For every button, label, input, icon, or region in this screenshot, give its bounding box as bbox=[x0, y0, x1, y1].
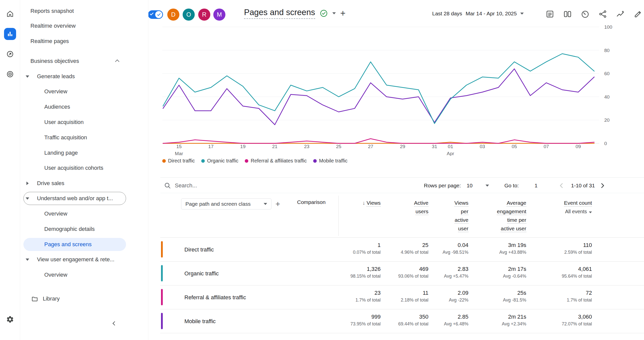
sidebar-item-overview-engagement[interactable]: Overview bbox=[20, 267, 148, 282]
dimension-value: Direct traffic bbox=[184, 238, 214, 262]
report-title-cluster: Pages and screens + bbox=[244, 8, 346, 19]
sidebar-item-realtime-pages[interactable]: Realtime pages bbox=[20, 34, 148, 49]
sidebar-item-user-acquisition-cohorts[interactable]: User acquisition cohorts bbox=[20, 160, 148, 176]
series-color-bar bbox=[161, 313, 163, 329]
chevron-up-icon bbox=[115, 60, 119, 64]
chevron-down-icon[interactable] bbox=[486, 185, 489, 187]
table-row: Mobile traffic 99973.95% of total 35069.… bbox=[160, 309, 644, 333]
table-row: Referral & affiliates traffic 231.7% of … bbox=[160, 285, 644, 309]
series-color-bar bbox=[161, 265, 163, 281]
metric-cell: 3m 19sAvg +43.88% bbox=[476, 238, 526, 255]
legend-item-referral[interactable]: Referral & affiliates traffic bbox=[245, 158, 307, 164]
sidebar-item-drive-sales[interactable]: Drive sales bbox=[20, 176, 148, 191]
advertising-button[interactable] bbox=[4, 68, 16, 80]
home-icon bbox=[6, 10, 14, 18]
page-title[interactable]: Pages and screens bbox=[244, 8, 315, 19]
metric-cell: 2.09Avg -22% bbox=[418, 285, 468, 303]
sidebar-item-overview-leads[interactable]: Overview bbox=[20, 84, 148, 99]
metric-cell: 99973.95% of total bbox=[330, 309, 381, 327]
svg-text:Apr: Apr bbox=[447, 151, 454, 156]
verified-check-icon bbox=[320, 9, 328, 17]
add-report-button[interactable]: + bbox=[340, 9, 346, 17]
series-color-dot bbox=[162, 159, 166, 163]
pagination-range: 1-10 of 31 bbox=[571, 178, 595, 193]
explore-icon bbox=[6, 50, 14, 58]
search-input[interactable] bbox=[175, 181, 306, 190]
series-color-bar bbox=[161, 289, 163, 305]
collapse-sidebar-button[interactable] bbox=[109, 317, 121, 329]
series-color-dot bbox=[245, 159, 248, 163]
avatar[interactable]: D bbox=[167, 9, 179, 21]
rows-per-page-value[interactable]: 10 bbox=[467, 178, 472, 193]
home-button[interactable] bbox=[4, 8, 16, 20]
legend-item-direct[interactable]: Direct traffic bbox=[162, 158, 195, 164]
sidebar-item-realtime-overview[interactable]: Realtime overview bbox=[20, 18, 148, 33]
share-icon[interactable] bbox=[598, 10, 607, 19]
table-toolbar: Rows per page: 10 Go to: 1 1-10 of 31 bbox=[160, 177, 644, 193]
svg-text:27: 27 bbox=[368, 144, 373, 149]
sort-desc-icon: ↓ bbox=[363, 200, 365, 206]
admin-settings-button[interactable] bbox=[4, 313, 16, 325]
sidebar-section-business-objectives[interactable]: Business objectives bbox=[20, 54, 148, 69]
svg-text:03: 03 bbox=[480, 144, 485, 149]
metric-cell: 3,06072.07% of total bbox=[542, 309, 592, 327]
sidebar-item-audiences[interactable]: Audiences bbox=[20, 99, 148, 114]
explore-button[interactable] bbox=[4, 48, 16, 60]
add-dimension-button[interactable]: + bbox=[275, 200, 280, 208]
traffic-trend-chart[interactable]: 02040608010015Mar171921232527293101Apr03… bbox=[148, 21, 644, 156]
goto-page-value[interactable]: 1 bbox=[535, 178, 538, 193]
chart-legend: Direct traffic Organic traffic Referral … bbox=[162, 158, 347, 164]
dimension-selector[interactable]: Page path and screen class bbox=[181, 198, 271, 209]
legend-item-organic[interactable]: Organic traffic bbox=[201, 158, 238, 164]
legend-item-mobile[interactable]: Mobile traffic bbox=[313, 158, 347, 164]
avatar[interactable]: O bbox=[183, 9, 195, 21]
chevron-down-icon[interactable] bbox=[332, 12, 336, 14]
series-color-dot bbox=[201, 159, 205, 163]
svg-text:31: 31 bbox=[432, 144, 437, 149]
series-color-dot bbox=[313, 159, 317, 163]
expander-down-icon bbox=[26, 75, 29, 78]
column-header-views-per-active-user[interactable]: Views per active user bbox=[418, 199, 468, 233]
date-range-selector[interactable]: Last 28 days Mar 14 - Apr 10, 2025 bbox=[432, 11, 524, 17]
page-notes-icon[interactable] bbox=[545, 10, 554, 19]
sidebar-item-demographic-details[interactable]: Demographic details bbox=[20, 222, 148, 237]
svg-text:0: 0 bbox=[604, 141, 607, 146]
sidebar-item-user-acquisition[interactable]: User acquisition bbox=[20, 115, 148, 130]
check-icon bbox=[157, 13, 161, 16]
sidebar-item-library[interactable]: Library bbox=[20, 291, 148, 306]
svg-text:29: 29 bbox=[400, 144, 405, 149]
sidebar-item-overview-web-app[interactable]: Overview bbox=[20, 206, 148, 221]
icon-rail bbox=[0, 0, 20, 340]
previous-page-icon[interactable] bbox=[557, 182, 566, 190]
header-toggle-switch[interactable] bbox=[148, 10, 163, 19]
compare-icon[interactable] bbox=[563, 10, 572, 19]
sidebar-item-landing-page[interactable]: Landing page bbox=[20, 145, 148, 160]
event-filter-dropdown[interactable]: All events bbox=[542, 207, 592, 216]
sidebar-item-traffic-acquisition[interactable]: Traffic acquisition bbox=[20, 130, 148, 145]
sidebar-item-view-user-engagement[interactable]: View user engagement & rete... bbox=[20, 252, 148, 267]
benchmark-gauge-icon[interactable] bbox=[581, 10, 590, 19]
avatar[interactable]: M bbox=[213, 9, 225, 21]
next-page-icon[interactable] bbox=[598, 182, 607, 190]
metric-cell: 1,32698.15% of total bbox=[330, 262, 381, 279]
header-actions bbox=[545, 10, 642, 19]
column-header-event-count[interactable]: Event count All events bbox=[542, 199, 592, 216]
reports-button[interactable] bbox=[4, 28, 16, 40]
metric-cell: 721.7% of total bbox=[542, 285, 592, 303]
column-header-views[interactable]: ↓Views bbox=[330, 199, 381, 207]
sidebar-item-generate-leads[interactable]: Generate leads bbox=[20, 69, 148, 84]
analytics-app: Reports snapshot Realtime overview Realt… bbox=[0, 0, 644, 340]
avatar[interactable]: R bbox=[198, 9, 210, 21]
edit-icon[interactable] bbox=[633, 10, 642, 19]
svg-text:40: 40 bbox=[604, 94, 610, 100]
rows-per-page-label: Rows per page: bbox=[424, 178, 461, 193]
column-header-avg-engagement-time[interactable]: Average engagement time per active user bbox=[476, 199, 526, 233]
insights-icon[interactable] bbox=[616, 10, 625, 19]
svg-text:17: 17 bbox=[208, 144, 214, 149]
svg-text:100: 100 bbox=[604, 24, 612, 30]
sidebar-item-reports-snapshot[interactable]: Reports snapshot bbox=[20, 4, 148, 19]
toggle-knob bbox=[155, 11, 162, 18]
svg-text:07: 07 bbox=[544, 144, 549, 149]
sidebar-item-pages-and-screens[interactable]: Pages and screens bbox=[20, 237, 148, 252]
sidebar-item-understand-web-app[interactable]: Understand web and/or app t... bbox=[20, 191, 148, 206]
